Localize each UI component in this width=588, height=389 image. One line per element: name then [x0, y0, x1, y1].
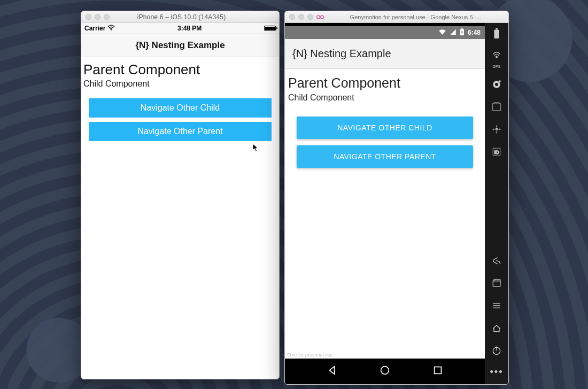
wifi-icon — [107, 24, 115, 32]
svg-point-0 — [111, 29, 112, 30]
ios-app-navbar: {N} Nesting Example — [81, 34, 279, 57]
svg-point-1 — [317, 15, 320, 19]
minimize-dot[interactable] — [298, 14, 304, 20]
svg-rect-8 — [496, 28, 498, 30]
ios-window-titlebar[interactable]: iPhone 6 – iOS 10.0 (14A345) — [81, 11, 279, 23]
parent-heading: Parent Component — [285, 73, 485, 91]
svg-point-11 — [495, 83, 498, 86]
wifi-icon — [438, 29, 446, 37]
child-heading: Child Component — [285, 91, 485, 110]
android-status-bar: 6:48 — [285, 26, 485, 39]
back-button[interactable] — [326, 364, 338, 378]
ios-window-title: iPhone 6 – iOS 10.0 (14A345) — [113, 13, 250, 21]
ios-clock: 3:48 PM — [177, 25, 202, 32]
navigate-other-child-button[interactable]: NAVIGATE OTHER CHILD — [297, 116, 473, 139]
svg-rect-13 — [493, 104, 501, 111]
genymotion-toolbar: GPS ID — [485, 23, 508, 384]
svg-text:ID: ID — [494, 150, 499, 155]
android-system-navbar — [285, 359, 485, 384]
ios-status-bar: Carrier 3:48 PM — [81, 23, 279, 34]
remote-tool-icon[interactable] — [490, 123, 503, 136]
svg-rect-4 — [461, 28, 463, 29]
close-dot[interactable] — [289, 14, 295, 20]
window-traffic-lights[interactable] — [86, 14, 110, 20]
capture-tool-icon[interactable] — [490, 100, 503, 113]
svg-point-9 — [496, 56, 498, 58]
home-button[interactable] — [379, 364, 391, 378]
ios-app-content: Parent Component Child Component Navigat… — [81, 57, 279, 379]
genymotion-watermark: Free for personal use — [287, 352, 333, 357]
zoom-dot[interactable] — [104, 14, 110, 20]
genymotion-window: Genymotion for personal use - Google Nex… — [284, 11, 509, 385]
gps-label: GPS — [493, 65, 501, 68]
svg-point-2 — [321, 15, 324, 19]
navigate-other-parent-button[interactable]: NAVIGATE OTHER PARENT — [297, 145, 473, 168]
app-title: {N} Nesting Example — [135, 40, 225, 51]
android-clock: 6:48 — [468, 29, 481, 36]
identifiers-tool-icon[interactable]: ID — [490, 145, 503, 158]
app-title: {N} Nesting Example — [292, 48, 391, 60]
minimize-dot[interactable] — [95, 14, 100, 20]
child-heading: Child Component — [81, 78, 279, 94]
gps-tool-icon[interactable] — [490, 50, 503, 63]
camera-tool-icon[interactable] — [490, 78, 503, 91]
svg-rect-7 — [494, 30, 499, 38]
svg-point-5 — [381, 367, 389, 375]
navigate-other-child-button[interactable]: Navigate Other Child — [89, 98, 272, 118]
svg-rect-6 — [435, 367, 442, 374]
android-back-icon[interactable] — [490, 254, 503, 267]
ios-simulator-window: iPhone 6 – iOS 10.0 (14A345) Carrier 3:4… — [81, 11, 280, 379]
parent-heading: Parent Component — [81, 60, 279, 78]
battery-icon — [264, 26, 276, 31]
recents-button[interactable] — [432, 364, 444, 378]
zoom-dot[interactable] — [307, 14, 313, 20]
battery-charging-icon — [460, 28, 465, 37]
carrier-label: Carrier — [84, 25, 105, 32]
navigate-other-parent-button[interactable]: Navigate Other Parent — [89, 122, 272, 141]
svg-rect-17 — [493, 281, 500, 286]
battery-tool-icon[interactable] — [490, 27, 503, 40]
window-traffic-lights[interactable] — [289, 14, 313, 20]
genymotion-logo-icon — [316, 14, 324, 20]
android-app-bar: {N} Nesting Example — [285, 39, 485, 69]
android-window-title: Genymotion for personal use - Google Nex… — [327, 14, 504, 20]
recent-apps-icon[interactable] — [490, 277, 503, 290]
menu-icon[interactable] — [490, 299, 503, 312]
android-device-frame: 6:48 {N} Nesting Example Parent Componen… — [285, 23, 485, 384]
cell-signal-icon — [450, 29, 457, 37]
android-app-content: Parent Component Child Component NAVIGAT… — [285, 69, 485, 359]
svg-rect-12 — [499, 81, 500, 82]
svg-point-14 — [496, 128, 497, 130]
android-window-titlebar[interactable]: Genymotion for personal use - Google Nex… — [285, 11, 508, 23]
close-dot[interactable] — [86, 14, 91, 20]
more-icon[interactable]: ••• — [490, 367, 504, 378]
power-icon[interactable] — [490, 344, 503, 357]
home-icon[interactable] — [490, 322, 503, 334]
